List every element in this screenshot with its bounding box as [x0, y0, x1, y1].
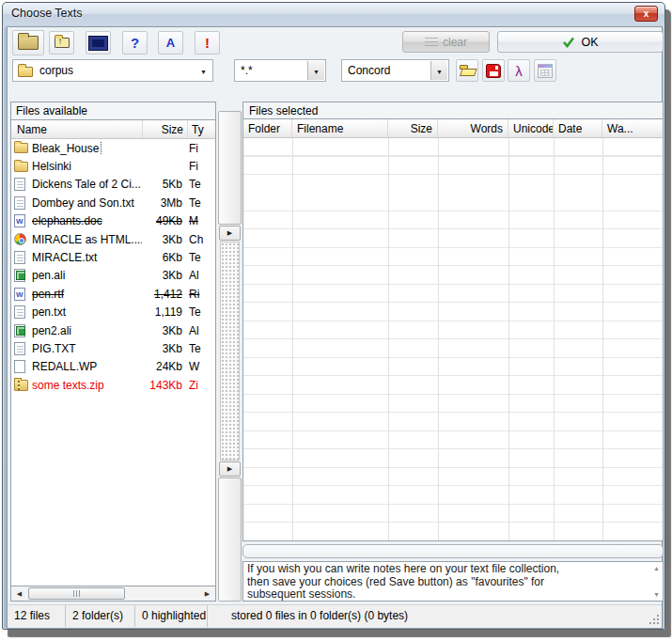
tool-combo[interactable]: Concord ▼ — [341, 59, 449, 82]
folder-up-icon: ↑ — [55, 38, 70, 48]
file-size: 3Kb — [142, 233, 185, 246]
clear-list-icon — [425, 38, 438, 47]
file-size: 1,412 — [142, 288, 185, 301]
column-date[interactable]: Date — [554, 119, 602, 137]
filter-textbox[interactable] — [242, 544, 664, 558]
file-row[interactable]: some texts.zip143KbZi — [11, 376, 215, 394]
notes-area[interactable]: If you wish you can write notes here on … — [242, 561, 664, 602]
scrollbar-thumb[interactable] — [28, 587, 125, 600]
panel-splitter: ▶ ▶ — [218, 111, 242, 602]
scroll-right-icon[interactable]: ▶ — [201, 588, 213, 600]
files-available-label: Files available — [11, 102, 215, 119]
files-available-list[interactable]: Name Size Ty Bleak_HouseFiHelsinkiFiDick… — [11, 119, 215, 586]
folder-up-button[interactable]: ↑ — [49, 31, 74, 55]
word-file-icon — [14, 288, 30, 301]
column-name[interactable]: Name — [11, 123, 142, 136]
font-button[interactable]: A — [158, 31, 183, 55]
open-favourites-button[interactable] — [456, 59, 478, 82]
file-type: W — [185, 360, 215, 373]
file-row[interactable]: MIRACLE.txt6KbTe — [11, 248, 215, 266]
file-size: 3Mb — [142, 196, 185, 210]
check-icon — [562, 37, 575, 48]
files-available-panel: Files available Name Size Ty Bleak_House… — [10, 102, 216, 602]
browse-folders-button[interactable] — [12, 30, 44, 55]
warning-button[interactable]: ! — [195, 31, 220, 55]
file-type: Te — [185, 251, 215, 264]
save-favourites-button[interactable] — [482, 59, 505, 82]
file-name: PIG.TXT — [30, 342, 142, 355]
files-selected-header[interactable]: FolderFilenameSizeWordsUnicodeDateWa... — [243, 119, 663, 138]
scroll-up-icon[interactable]: ▲ — [653, 565, 660, 571]
file-name: some texts.zip — [30, 379, 142, 392]
clear-button[interactable]: clear — [402, 31, 490, 53]
horizontal-scrollbar[interactable]: ◀ ▶ — [11, 586, 215, 601]
zip-file-icon — [14, 380, 30, 391]
filespec-combo-dropdown[interactable]: ▼ — [307, 61, 324, 80]
column-size[interactable]: Size — [142, 120, 187, 138]
file-row[interactable]: pen.txt1,119Te — [11, 304, 215, 321]
file-name: elephants.doc — [30, 214, 142, 227]
tool-combo-dropdown[interactable]: ▼ — [430, 61, 447, 80]
splitter-grip[interactable] — [220, 242, 240, 461]
screen: Choose Texts x ↑ ? A ! — [0, 0, 672, 641]
file-name: MIRACLE.txt — [30, 251, 142, 264]
close-button[interactable]: x — [634, 6, 658, 22]
lambda-button[interactable]: λ — [508, 59, 530, 82]
lambda-icon: λ — [515, 63, 523, 79]
folder-combo[interactable]: corpus ▼ — [12, 59, 213, 82]
file-size: 5Kb — [142, 178, 185, 191]
move-right-button[interactable]: ▶ — [219, 461, 241, 477]
file-type: Te — [185, 342, 215, 355]
word-file-icon — [14, 214, 30, 227]
help-button[interactable]: ? — [122, 31, 148, 55]
file-row[interactable]: pen.ali3KbAl — [11, 267, 215, 285]
file-row[interactable]: MIRACLE as HTML....3KbCh — [11, 230, 215, 248]
file-row[interactable]: pen2.ali3KbAl — [11, 321, 215, 339]
files-selected-table[interactable]: FolderFilenameSizeWordsUnicodeDateWa... — [242, 118, 664, 541]
file-row[interactable]: elephants.doc49KbM — [11, 212, 215, 230]
view-button[interactable] — [86, 31, 111, 55]
file-row[interactable]: REDALL.WP24KbW — [11, 358, 215, 376]
scroll-left-icon[interactable]: ◀ — [13, 588, 25, 600]
folder-file-icon — [14, 162, 30, 172]
text-file-icon — [14, 196, 30, 210]
file-size: 3Kb — [142, 342, 185, 355]
files-selected-label: Files selected — [242, 102, 664, 118]
splitter-upper-slab[interactable] — [218, 111, 242, 225]
file-row[interactable]: Dickens Tale of 2 Ci...5KbTe — [11, 176, 215, 194]
text-file-icon — [14, 305, 30, 319]
text-file-icon — [14, 178, 30, 191]
titlebar[interactable]: Choose Texts x — [3, 3, 664, 25]
file-row[interactable]: Dombey and Son.txt3MbTe — [11, 194, 215, 211]
file-row[interactable]: Bleak_HouseFi — [11, 139, 215, 157]
file-row[interactable]: pen.rtf1,412Ri — [11, 285, 215, 303]
file-row[interactable]: HelsinkiFi — [11, 157, 215, 175]
ok-button[interactable]: OK — [497, 31, 664, 53]
help-icon: ? — [131, 35, 139, 51]
resize-grip[interactable] — [657, 615, 659, 617]
files-available-header[interactable]: Name Size Ty — [11, 120, 215, 139]
splitter-lower-slab[interactable] — [218, 477, 242, 602]
file-name: pen.rtf — [30, 288, 142, 301]
filespec-combo[interactable]: *.* ▼ — [234, 59, 326, 82]
move-right-button[interactable]: ▶ — [219, 226, 241, 241]
column-words[interactable]: Words — [438, 119, 508, 137]
column-wa[interactable]: Wa... — [602, 119, 663, 137]
file-row[interactable]: PIG.TXT3KbTe — [11, 339, 215, 357]
column-type[interactable]: Ty — [187, 120, 215, 138]
statistics-button[interactable] — [534, 59, 556, 82]
file-name: Helsinki — [30, 160, 142, 173]
files-selected-grid[interactable] — [243, 138, 663, 540]
column-filename[interactable]: Filename — [292, 119, 388, 137]
file-size: 49Kb — [142, 214, 185, 227]
column-size[interactable]: Size — [388, 119, 438, 137]
notes-text[interactable]: If you wish you can write notes here on … — [247, 563, 648, 602]
client-area: ↑ ? A ! clear OK — [7, 26, 663, 629]
status-stored: stored 0 files in 0 folder(s) (0 bytes) — [208, 605, 662, 627]
file-name: Dickens Tale of 2 Ci... — [30, 178, 142, 191]
files-selected-panel: Files selected FolderFilenameSizeWordsUn… — [242, 102, 664, 602]
column-folder[interactable]: Folder — [243, 119, 292, 137]
window-title: Choose Texts — [11, 7, 83, 20]
scroll-down-icon[interactable]: ▼ — [653, 591, 660, 598]
column-unicode[interactable]: Unicode — [508, 119, 554, 137]
